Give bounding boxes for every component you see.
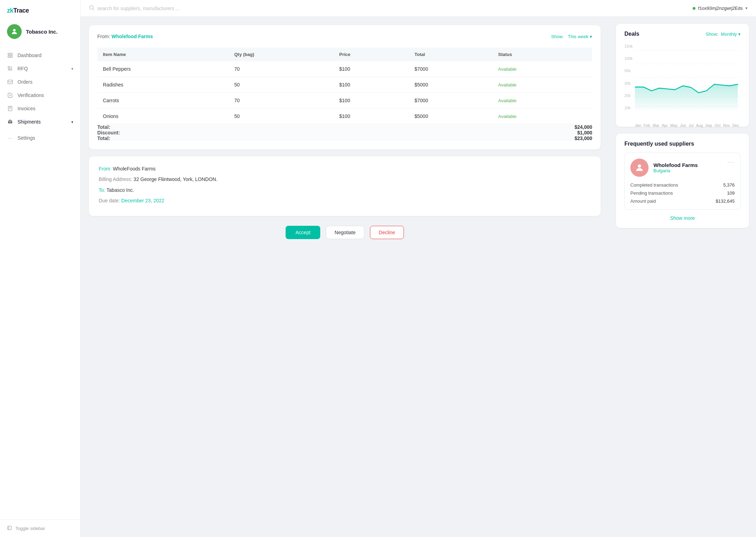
svg-point-16 xyxy=(638,165,641,168)
negotiate-button[interactable]: Negotiate xyxy=(326,226,364,239)
toggle-icon xyxy=(7,525,12,531)
cell-item: Onions xyxy=(97,109,229,124)
more-options-button[interactable]: ··· xyxy=(727,159,735,166)
stat-row-pending: Pending transactions 109 xyxy=(630,190,735,196)
final-value: $23,000 xyxy=(409,135,592,141)
app-logo: zkTrace xyxy=(0,0,80,20)
discount-value: $1,000 xyxy=(409,130,592,135)
x-label: May xyxy=(670,123,678,127)
table-header: Item Name Qty (bag) Price Total Status xyxy=(97,48,592,61)
svg-rect-8 xyxy=(8,526,12,530)
show-value: This week xyxy=(568,34,588,39)
total-value: $24,000 xyxy=(409,124,592,130)
avatar xyxy=(7,24,22,39)
x-label: Mar xyxy=(653,123,659,127)
sidebar: zkTrace Tobasco Inc. Dashboard RFQ ▾ xyxy=(0,0,80,537)
deals-filter[interactable]: Show: Monthly ▾ xyxy=(706,32,741,37)
deals-card: Deals Show: Monthly ▾ 150k 100k 50k 30k … xyxy=(616,24,749,127)
x-label: Dec xyxy=(732,123,739,127)
topbar: search for suppliers, manufacturers ... … xyxy=(80,0,756,17)
col-item: Item Name xyxy=(97,48,229,61)
cell-price: $100 xyxy=(334,93,409,109)
chevron-down-icon[interactable]: ▾ xyxy=(746,6,748,11)
supplier-avatar xyxy=(630,159,649,177)
x-label: Jan xyxy=(635,123,641,127)
cell-qty: 70 xyxy=(229,61,334,77)
table-row: Carrots 70 $100 $7000 Available xyxy=(97,93,592,109)
logo-trace: Trace xyxy=(13,7,29,14)
show-more-button[interactable]: Show more xyxy=(624,215,741,221)
cell-qty: 70 xyxy=(229,93,334,109)
chart-x-labels: Jan Feb Mar Apr May Jun Jul Aug Sep Oct … xyxy=(624,123,741,127)
info-billing: Billing Address: 32 George Fliintwood, Y… xyxy=(99,175,591,183)
sidebar-item-orders[interactable]: Orders xyxy=(0,75,80,89)
chevron-down-icon: ▾ xyxy=(738,32,741,37)
center-panel: From: Wholefood Farms Show: This week ▾ … xyxy=(80,17,609,537)
wallet-address: f1ox93mj2nzgwrj2Eds xyxy=(698,6,743,11)
x-label: Aug xyxy=(696,123,703,127)
stat-value: $132,645 xyxy=(716,198,735,204)
sidebar-item-label: Shipments xyxy=(18,119,41,125)
y-label: 20k xyxy=(624,93,633,98)
invoice-table-body: Bell Peppers 70 $100 $7000 Available Rad… xyxy=(97,61,592,124)
grid-icon xyxy=(7,52,13,58)
sidebar-item-settings[interactable]: ··· Settings xyxy=(0,131,80,145)
cell-price: $100 xyxy=(334,109,409,124)
x-label: Apr xyxy=(662,123,668,127)
svg-rect-6 xyxy=(8,80,12,84)
sidebar-item-rfq[interactable]: RFQ ▾ xyxy=(0,62,80,75)
sidebar-user: Tobasco Inc. xyxy=(0,20,80,46)
deals-show-value: Monthly xyxy=(721,32,737,37)
cell-total: $7000 xyxy=(409,61,492,77)
cell-status: Available xyxy=(492,109,592,124)
content-area: From: Wholefood Farms Show: This week ▾ … xyxy=(80,17,756,537)
chevron-down-icon: ▾ xyxy=(71,67,73,71)
y-label: 10k xyxy=(624,106,633,110)
rfq-icon xyxy=(7,65,13,72)
sidebar-item-invoices[interactable]: Invoices xyxy=(0,102,80,115)
sidebar-item-shipments[interactable]: Shipments ▾ xyxy=(0,115,80,128)
sidebar-item-label: RFQ xyxy=(18,66,28,71)
cell-price: $100 xyxy=(334,77,409,93)
cell-price: $100 xyxy=(334,61,409,77)
search-placeholder: search for suppliers, manufacturers ... xyxy=(97,6,180,11)
accept-button[interactable]: Accept xyxy=(286,226,320,239)
cell-qty: 50 xyxy=(229,77,334,93)
stat-label: Pending transactions xyxy=(630,190,673,196)
svg-rect-3 xyxy=(8,56,10,57)
invoice-icon xyxy=(7,105,13,112)
status-indicator xyxy=(693,7,695,10)
invoice-card: From: Wholefood Farms Show: This week ▾ … xyxy=(89,25,601,149)
sidebar-item-verifications[interactable]: Verifications xyxy=(0,89,80,102)
search-icon xyxy=(89,5,94,12)
topbar-right: f1ox93mj2nzgwrj2Eds ▾ xyxy=(693,6,748,11)
suppliers-card: Frequently used suppliers Wholefood Farm… xyxy=(616,134,749,228)
show-label: Show: xyxy=(551,34,564,39)
cell-status: Available xyxy=(492,77,592,93)
chart-y-labels: 150k 100k 50k 30k 20k 10k xyxy=(624,43,633,111)
sidebar-item-label: Invoices xyxy=(18,106,35,111)
cell-item: Carrots xyxy=(97,93,229,109)
invoice-table: Item Name Qty (bag) Price Total Status B… xyxy=(97,48,592,141)
col-total: Total xyxy=(409,48,492,61)
svg-rect-4 xyxy=(10,56,12,57)
sidebar-item-dashboard[interactable]: Dashboard xyxy=(0,49,80,62)
y-label: 30k xyxy=(624,81,633,85)
decline-button[interactable]: Decline xyxy=(370,226,404,239)
supplier-info: Wholefood Farms Bulgaria xyxy=(653,162,698,173)
supplier-name: Wholefood Farms xyxy=(653,162,698,168)
y-label: 50k xyxy=(624,69,633,73)
action-buttons: Accept Negotiate Decline xyxy=(89,223,601,245)
x-label: Jun xyxy=(680,123,686,127)
logo-zk: zk xyxy=(7,7,13,14)
show-filter[interactable]: Show: This week ▾ xyxy=(551,34,592,39)
supplier-top: Wholefood Farms Bulgaria ··· xyxy=(630,159,735,177)
info-due: Due date: December 23, 2022 xyxy=(99,197,591,204)
chevron-down-icon: ▾ xyxy=(71,120,73,124)
svg-rect-2 xyxy=(10,53,12,55)
stat-value: 5,376 xyxy=(723,182,735,188)
deals-show-label: Show: xyxy=(706,32,718,37)
sidebar-item-label: Settings xyxy=(18,135,35,141)
toggle-sidebar-button[interactable]: Toggle sidebar xyxy=(0,519,80,537)
search-bar[interactable]: search for suppliers, manufacturers ... xyxy=(89,5,180,12)
